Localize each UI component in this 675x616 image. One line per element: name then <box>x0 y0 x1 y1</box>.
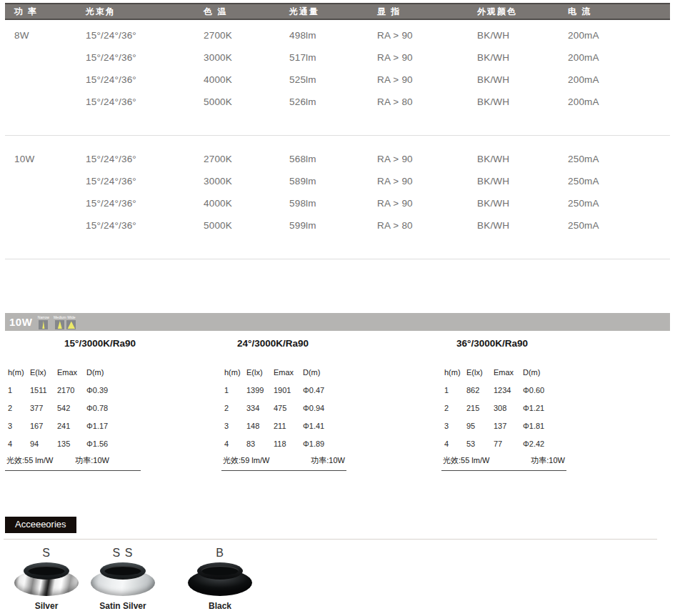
cell-cri: RA > 90 <box>377 176 477 187</box>
pm-header-cell: h(m) <box>8 363 30 381</box>
cell-cct: 4000K <box>204 74 289 85</box>
pm-data-cell: 167 <box>30 417 57 434</box>
accessory-code: S <box>14 547 79 560</box>
pm-data-cell: 148 <box>246 417 274 434</box>
pm-data-cell: 4 <box>8 434 30 452</box>
power-value: 功率:10W <box>75 455 109 466</box>
beam-wide-icon <box>66 320 76 329</box>
pm-data-cell: 2 <box>444 399 466 417</box>
spec-row: 15°/24°/36°5000K599lmRA > 80BK/WH250mA <box>5 214 670 237</box>
pm-header-cell: D(m) <box>86 363 141 381</box>
accessories-divider <box>4 539 657 540</box>
pm-data-cell: 3 <box>224 417 246 434</box>
spec-group-8W: 8W15°/24°/36°2700K498lmRA > 90BK/WH200mA… <box>5 24 670 113</box>
spec-header-cell-5: 外观颜色 <box>477 6 568 18</box>
cell-current: 250mA <box>568 176 670 187</box>
cell-cct: 5000K <box>204 96 289 107</box>
pm-data-cell: 3 <box>8 417 30 434</box>
photometric-footer: 光效:55 lm/W功率:10W <box>5 454 141 471</box>
beam-triangle <box>55 321 64 329</box>
spec-table-body: 8W15°/24°/36°2700K498lmRA > 90BK/WH200mA… <box>5 24 670 259</box>
cell-flux: 599lm <box>289 220 377 231</box>
ring-hole <box>28 566 65 575</box>
cell-cri: RA > 90 <box>377 52 477 63</box>
cell-flux: 526lm <box>289 96 377 107</box>
cell-appearance: BK/WH <box>477 52 568 63</box>
spec-row: 15°/24°/36°4000K598lmRA > 90BK/WH250mA <box>5 192 670 214</box>
spec-header-cell-6: 电 流 <box>568 6 670 18</box>
pm-data-cell: 77 <box>494 434 523 452</box>
cell-flux: 568lm <box>289 154 377 164</box>
accessory-item-black: BBlack <box>187 547 253 611</box>
cell-appearance: BK/WH <box>477 96 568 107</box>
ring-collar <box>24 562 69 580</box>
pm-header-cell: Emax <box>274 363 303 381</box>
beam-item-narrow: Narrow <box>39 315 48 329</box>
beam-label: Narrow <box>38 315 49 319</box>
photometric-table-title: 36°/3000K/Ra90 <box>456 338 566 349</box>
beam-triangle <box>66 321 76 329</box>
cell-cri: RA > 90 <box>377 30 477 41</box>
ring-collar <box>197 562 243 580</box>
pm-header-cell: h(m) <box>224 363 246 381</box>
pm-data-cell: 334 <box>246 399 274 417</box>
cell-cct: 5000K <box>204 220 289 231</box>
spec-group-divider <box>5 135 670 136</box>
spec-header-cell-2: 色 温 <box>204 6 289 18</box>
accessories-section: Acceeeories SSilverS SSatin SilverBBlack <box>0 517 675 616</box>
cell-cct: 3000K <box>204 52 289 63</box>
spec-group-10W: 10W15°/24°/36°2700K568lmRA > 90BK/WH250m… <box>5 148 670 237</box>
pm-data-cell: 1399 <box>246 381 274 399</box>
pm-data-cell: 241 <box>57 417 86 434</box>
beam-angle-icons: NarrowMediumWide <box>39 313 76 331</box>
pm-data-cell: Φ2.42 <box>523 434 566 452</box>
cell-beam-angle: 15°/24°/36° <box>86 154 204 164</box>
spec-row: 10W15°/24°/36°2700K568lmRA > 90BK/WH250m… <box>5 148 670 170</box>
trim-ring-image <box>188 562 252 596</box>
pm-data-cell: 4 <box>224 434 246 452</box>
efficacy-value: 光效:55 lm/W <box>443 455 489 466</box>
cell-appearance: BK/WH <box>477 154 568 164</box>
spec-row: 15°/24°/36°3000K589lmRA > 90BK/WH250mA <box>5 170 670 192</box>
pm-data-cell: 4 <box>444 434 466 452</box>
beam-item-medium: Medium <box>55 315 64 329</box>
spec-row: 15°/24°/36°4000K525lmRA > 90BK/WH200mA <box>5 69 670 91</box>
pm-data-cell: 377 <box>30 399 57 417</box>
spec-row: 15°/24°/36°5000K526lmRA > 80BK/WH200mA <box>5 91 670 113</box>
pm-data-cell: Φ0.60 <box>523 381 566 399</box>
photometric-footer: 光效:55 lm/W功率:10W <box>441 454 566 471</box>
photometric-grid: h(m)E(lx)EmaxD(m)115112170Φ0.392377542Φ0… <box>5 363 141 452</box>
cell-cri: RA > 90 <box>377 74 477 85</box>
cell-appearance: BK/WH <box>477 30 568 41</box>
trim-ring-image <box>14 562 79 596</box>
cell-current: 250mA <box>568 220 670 231</box>
pm-data-cell: 53 <box>466 434 494 452</box>
power-value: 功率:10W <box>531 455 565 466</box>
pm-data-cell: 1901 <box>274 381 303 399</box>
cell-beam-angle: 15°/24°/36° <box>86 74 204 85</box>
pm-data-cell: 215 <box>466 399 494 417</box>
pm-header-cell: Emax <box>494 363 523 381</box>
pm-header-cell: E(lx) <box>246 363 274 381</box>
spec-table: 功 率光束角色 温光通量显 指外观颜色电 流 8W15°/24°/36°2700… <box>5 3 670 259</box>
pm-data-cell: 118 <box>274 434 303 452</box>
spec-group-divider <box>5 259 670 259</box>
pm-data-cell: 95 <box>466 417 494 434</box>
cell-appearance: BK/WH <box>477 198 568 209</box>
cell-cct: 2700K <box>204 30 289 41</box>
cell-current: 200mA <box>568 52 670 63</box>
pm-data-cell: 83 <box>246 434 274 452</box>
cell-current: 250mA <box>568 198 670 209</box>
spec-header-cell-1: 光束角 <box>86 6 204 18</box>
pm-data-cell: Φ0.39 <box>86 381 141 399</box>
power-bar-label: 10W <box>9 316 32 328</box>
cell-cri: RA > 90 <box>377 154 477 164</box>
cell-cct: 4000K <box>204 198 289 209</box>
pm-data-cell: Φ1.41 <box>303 417 346 434</box>
pm-header-cell: E(lx) <box>30 363 57 381</box>
photometric-table-2: 36°/3000K/Ra90h(m)E(lx)EmaxD(m)18621234Φ… <box>441 338 566 471</box>
photometric-power-bar: 10W NarrowMediumWide <box>5 313 670 331</box>
pm-data-cell: 3 <box>444 417 466 434</box>
spec-header-cell-4: 显 指 <box>377 6 477 18</box>
datasheet-page: 功 率光束角色 温光通量显 指外观颜色电 流 8W15°/24°/36°2700… <box>0 3 675 616</box>
